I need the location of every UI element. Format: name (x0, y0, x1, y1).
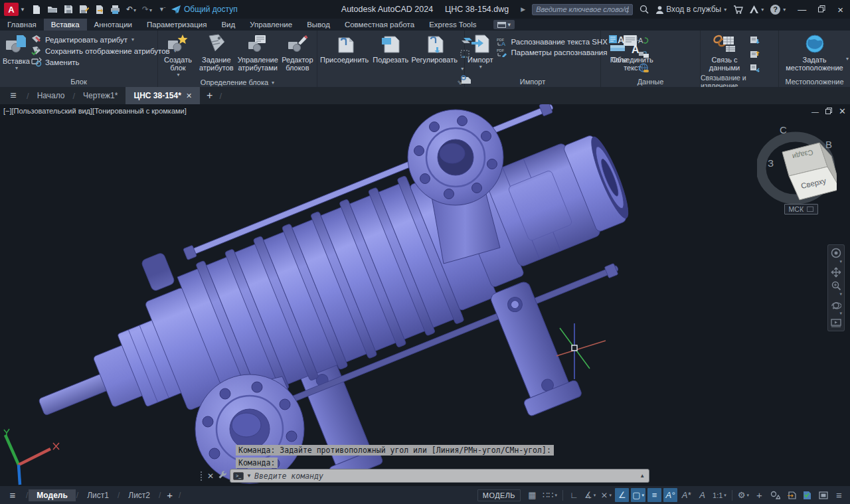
lineweight-toggle[interactable]: ≡ (647, 488, 661, 502)
redo-button[interactable]: ↷▾ (142, 5, 152, 14)
panel-linking-label[interactable]: Связывание и извлечение (701, 76, 778, 87)
panel-import-label[interactable]: Импорт (465, 76, 600, 87)
insert-dropdown-icon[interactable]: ▾ (15, 65, 18, 71)
tab-insert[interactable]: Вставка (44, 19, 87, 31)
customization-menu-button[interactable]: ≡ (832, 488, 846, 502)
search-icon[interactable] (639, 5, 649, 14)
viewcube-west-label[interactable]: З (768, 157, 774, 169)
close-button[interactable]: × (837, 4, 843, 15)
save-as-button[interactable] (79, 5, 89, 14)
share-button[interactable]: Общий доступ (171, 5, 238, 14)
save-button[interactable] (64, 5, 73, 14)
orbit-dropdown-icon[interactable]: ▾ (839, 311, 842, 316)
viewcube-north-label[interactable]: С (780, 124, 787, 135)
command-expand-icon[interactable]: ▲ (639, 473, 646, 479)
zoom-button[interactable] (831, 280, 841, 291)
recognition-settings-button[interactable]: PDF Параметры распознавания (497, 48, 608, 57)
isodraft-toggle[interactable]: ⨯▾ (599, 488, 613, 502)
command-input-field[interactable]: >_ ▼ ▲ (230, 469, 649, 483)
cart-icon[interactable] (733, 5, 743, 14)
qat-customize-button[interactable]: ▼̄ (159, 6, 165, 13)
wcs-dropdown-button[interactable]: МСК (784, 204, 818, 214)
panel-block-definition-label[interactable]: Определение блока▾ (158, 78, 317, 87)
annotation-scale-button[interactable]: 1:1▾ (711, 488, 728, 502)
object-snap-tracking-toggle[interactable]: ∠ (615, 488, 629, 502)
signin-dropdown-icon[interactable]: ▾ (724, 7, 726, 13)
workspace-gear-button[interactable]: ⚙▾ (736, 488, 750, 502)
clip-button[interactable]: Подрезать (373, 33, 408, 64)
navigation-wheel-button[interactable] (831, 248, 841, 258)
pump-3d-model[interactable] (0, 104, 850, 486)
ole-object-button[interactable] (638, 49, 649, 61)
new-file-button[interactable] (32, 5, 41, 15)
object-snap-toggle[interactable]: ▢▾ (631, 488, 645, 502)
model-space-button[interactable]: МОДЕЛЬ (477, 489, 521, 501)
export-button[interactable] (95, 5, 104, 15)
panel-location-label[interactable]: Местоположение (779, 76, 850, 87)
import-button[interactable]: Импорт ▾ (468, 33, 493, 70)
attach-button[interactable]: Присоединить (320, 33, 369, 64)
zoom-dropdown-icon[interactable]: ▾ (839, 292, 842, 297)
ribbon-display-toggle[interactable]: ▾ (493, 20, 515, 29)
replace-block-button[interactable]: Заменить (31, 57, 177, 67)
import-dropdown-icon[interactable]: ▾ (479, 64, 482, 70)
retain-attribute-display-button[interactable]: Сохранить отображение атрибутов▾ (31, 46, 177, 56)
search-input[interactable] (532, 4, 633, 15)
command-drag-handle[interactable] (199, 471, 203, 481)
command-close-icon[interactable]: ✕ (206, 471, 215, 481)
tab-collaborate[interactable]: Совместная работа (337, 19, 422, 31)
tab-express-tools[interactable]: Express Tools (422, 19, 483, 31)
reference-dialog-launcher-icon[interactable]: ⇘ (457, 79, 462, 86)
restore-button[interactable] (818, 5, 825, 15)
new-layout-button[interactable]: + (161, 489, 178, 501)
data-link-button[interactable]: Связь с данными (703, 33, 746, 72)
panel-data-label[interactable]: Данные (601, 76, 700, 87)
upload-to-source-button[interactable] (749, 49, 760, 61)
recognize-shx-button[interactable]: PDFA Распознавание текста SHX (497, 37, 608, 46)
hardware-acceleration-button[interactable] (784, 488, 798, 502)
tab-main[interactable]: Главная (0, 19, 44, 31)
open-folder-button[interactable] (47, 5, 58, 14)
set-location-dropdown-icon[interactable]: ▾ (846, 56, 849, 62)
orbit-button[interactable] (831, 299, 841, 310)
annotation-monitor-button[interactable]: + (752, 488, 766, 502)
file-tab-drawing1[interactable]: Чертеж1* (75, 87, 126, 104)
wheel-dropdown-icon[interactable]: ▾ (839, 259, 842, 264)
help-dropdown-icon[interactable]: ▾ (783, 7, 786, 13)
layout-tab-list2[interactable]: Лист2 (120, 489, 158, 501)
block-editor-button[interactable]: Редактор блоков (281, 33, 314, 72)
file-tabs-menu-icon[interactable]: ≡ (0, 87, 27, 104)
undo-button[interactable]: ↶▾ (126, 5, 136, 14)
pan-button[interactable] (831, 267, 841, 278)
autodesk-app-button[interactable]: ▾ (750, 5, 764, 13)
panel-block-label[interactable]: Блок (0, 76, 157, 87)
tab-output[interactable]: Вывод (299, 19, 337, 31)
polar-tracking-toggle[interactable]: ∡▾ (583, 488, 597, 502)
file-tab-close-icon[interactable]: ✕ (186, 92, 192, 100)
tab-view[interactable]: Вид (214, 19, 242, 31)
app-logo-icon[interactable]: A (4, 3, 19, 16)
layout-tab-model[interactable]: Модель (29, 489, 75, 501)
tab-annotate[interactable]: Аннотации (87, 19, 139, 31)
adjust-button[interactable]: Регулировать (412, 33, 456, 64)
app-dropdown-icon[interactable]: ▾ (761, 7, 764, 13)
showmotion-button[interactable] (831, 319, 841, 328)
search-collapse-icon[interactable]: ▶ (521, 6, 525, 13)
manage-attributes-button[interactable]: Управление атрибутами (238, 33, 278, 72)
new-drawing-tab-button[interactable]: + (200, 87, 219, 104)
field-button[interactable]: A Поле (604, 33, 634, 64)
signin-button[interactable]: Вход в службы ▾ (655, 5, 726, 14)
annotation-scale-flag[interactable]: A (695, 488, 709, 502)
insert-block-button[interactable]: Вставка ▾ (3, 33, 30, 71)
clean-screen-button[interactable] (816, 488, 830, 502)
viewcube-east-label[interactable]: В (825, 139, 832, 150)
define-attributes-button[interactable]: Задание атрибутов (198, 33, 235, 72)
create-block-button[interactable]: Создать блок ▾ (161, 33, 195, 78)
hyperlink-button[interactable] (638, 63, 649, 76)
tab-parametric[interactable]: Параметризация (139, 19, 214, 31)
isolate-objects-button[interactable] (768, 488, 782, 502)
graphics-performance-button[interactable] (800, 488, 814, 502)
undo-dropdown-icon[interactable]: ▾ (133, 7, 136, 13)
command-window-icon[interactable]: >_ (233, 472, 244, 480)
create-block-dropdown-icon[interactable]: ▾ (177, 72, 180, 78)
